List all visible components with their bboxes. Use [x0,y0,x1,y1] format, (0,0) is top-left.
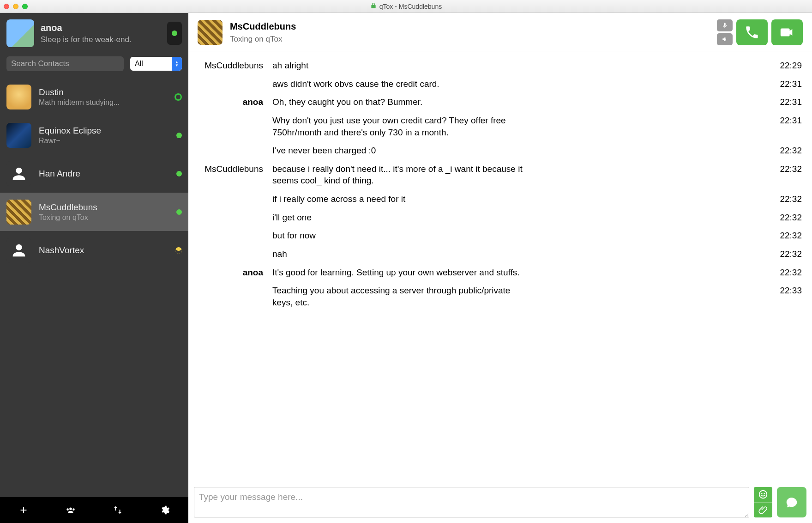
search-contacts-input[interactable] [6,56,124,71]
sidebar: anoa Sleep is for the weak-end. All ▲▼ D… [0,13,188,523]
compose-bar [188,483,812,523]
message-row: i'll get one22:32 [198,212,802,224]
message-sender: anoa [198,267,272,279]
message-timestamp: 22:29 [780,60,802,72]
contact-name: NashVortex [39,245,168,255]
group-button[interactable] [62,502,79,518]
message-sender [198,285,272,308]
message-input[interactable] [194,487,749,517]
contact-filter-select[interactable]: All ▲▼ [130,57,182,71]
message-timestamp: 22:33 [780,285,802,308]
person-icon [10,241,28,260]
message-row: I've never been charged :022:32 [198,145,802,157]
chat-contact-status: Toxing on qTox [230,35,296,44]
plus-icon [18,505,29,515]
contact-item[interactable]: DustinMath midterm studying... [0,78,188,116]
message-text: I've never been charged :0 [272,145,531,157]
message-list[interactable]: MsCuddlebunsah alright22:29aws didn't wo… [188,51,812,483]
window-close-button[interactable] [4,4,9,9]
message-sender [198,248,272,260]
emoji-button[interactable] [754,487,772,502]
contact-presence-indicator [174,93,182,101]
phone-icon [744,24,760,40]
mute-speaker-button[interactable] [717,33,733,45]
message-sender [198,212,272,224]
message-timestamp: 22:31 [780,78,802,90]
window-title: qTox - MsCuddlebuns [379,3,442,10]
contact-name: Dustin [39,87,167,97]
contact-status-text: Toxing on qTox [39,213,169,222]
message-row: Why don't you just use your own credit c… [198,115,802,138]
window-minimize-button[interactable] [13,4,18,9]
voice-call-button[interactable] [736,19,768,45]
message-sender [198,78,272,90]
contact-item[interactable]: Han Andre [0,154,188,193]
transfers-button[interactable] [109,502,126,518]
attach-button[interactable] [754,502,772,518]
contact-presence-indicator [175,247,182,254]
message-row: MsCuddlebunsah alright22:29 [198,60,802,72]
window-zoom-button[interactable] [22,4,28,9]
message-text: ah alright [272,60,531,72]
person-icon [10,164,28,183]
message-text: It's good for learning. Setting up your … [272,267,531,279]
message-row: anoaIt's good for learning. Setting up y… [198,267,802,279]
presence-dot-icon [176,133,182,138]
video-icon [779,24,795,40]
message-text: aws didn't work obvs cause the credit ca… [272,78,531,90]
window-titlebar: qTox - MsCuddlebuns [0,0,812,13]
transfer-icon [113,505,123,515]
message-row: MsCuddlebunsbecause i really don't need … [198,163,802,187]
message-timestamp: 22:32 [780,248,802,260]
message-text: Teaching you about accessing a server th… [272,285,531,308]
contact-name: Han Andre [39,169,169,179]
contact-avatar [6,161,31,186]
paperclip-icon [758,505,768,515]
message-timestamp: 22:32 [780,212,802,224]
message-text: but for now [272,230,531,242]
message-timestamp: 22:31 [780,96,802,108]
message-row: nah22:32 [198,248,802,260]
contact-presence-indicator [176,133,182,138]
message-row: but for now22:32 [198,230,802,242]
microphone-icon [722,22,728,29]
message-timestamp: 22:32 [780,145,802,157]
contact-avatar [6,200,31,225]
message-sender [198,115,272,138]
contact-item[interactable]: NashVortex [0,231,188,269]
video-call-button[interactable] [771,19,803,45]
send-button[interactable] [777,487,806,517]
message-sender: MsCuddlebuns [198,60,272,72]
presence-dot-icon [174,93,182,101]
svg-point-1 [761,493,762,494]
group-icon [66,505,76,515]
message-row: aws didn't work obvs cause the credit ca… [198,78,802,90]
message-text: i'll get one [272,212,531,224]
message-text: because i really don't need it... it's m… [272,163,531,187]
gear-icon [160,505,170,515]
svg-point-2 [764,493,765,494]
smile-icon [758,489,768,499]
speaker-icon [722,36,728,43]
mute-mic-button[interactable] [717,19,733,31]
message-sender: anoa [198,96,272,108]
contact-avatar [6,85,31,109]
contact-item[interactable]: MsCuddlebunsToxing on qTox [0,193,188,231]
message-text: Oh, they caught you on that? Bummer. [272,96,531,108]
message-sender [198,193,272,205]
svg-point-0 [759,491,767,499]
message-sender [198,145,272,157]
contact-name: MsCuddlebuns [39,202,169,213]
chat-contact-name: MsCuddlebuns [230,21,296,32]
self-avatar [6,19,34,47]
contact-item[interactable]: Equinox EclipseRawr~ [0,116,188,154]
message-timestamp: 22:32 [780,193,802,205]
self-profile[interactable]: anoa Sleep is for the weak-end. [0,13,188,56]
add-contact-button[interactable] [15,502,32,518]
self-presence-toggle[interactable] [167,22,182,45]
contact-status-text: Math midterm studying... [39,98,167,107]
contact-presence-indicator [176,171,182,176]
presence-dot-icon [175,247,182,254]
settings-button[interactable] [156,502,173,518]
chat-header: MsCuddlebuns Toxing on qTox [188,13,812,51]
